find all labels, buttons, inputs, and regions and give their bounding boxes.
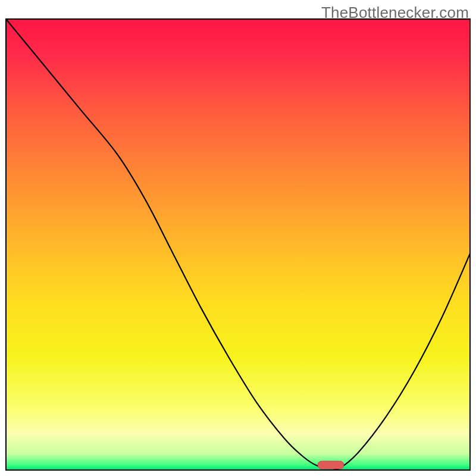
plot-background [7, 20, 469, 469]
optimal-marker [318, 461, 344, 469]
chart-container: TheBottleneсker.com [0, 0, 476, 476]
watermark-text: TheBottleneсker.com [321, 4, 469, 22]
chart-svg [0, 0, 476, 476]
